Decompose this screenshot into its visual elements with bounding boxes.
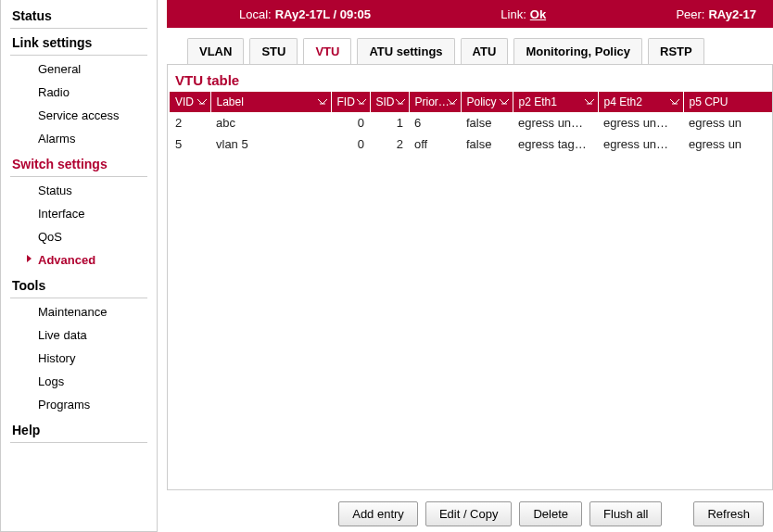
sort-icon	[395, 96, 406, 108]
nav-heading-tools[interactable]: Tools	[1, 273, 157, 298]
sidebar: Status Link settings General Radio Servi…	[0, 0, 158, 532]
sort-icon	[584, 96, 595, 108]
flush-all-button[interactable]: Flush all	[589, 501, 662, 526]
cell-policy: false	[461, 133, 513, 155]
nav-heading-switch-settings[interactable]: Switch settings	[1, 152, 157, 176]
col-header-fid[interactable]: FID	[331, 92, 370, 112]
sort-icon	[356, 96, 367, 108]
col-header-label: FID	[337, 95, 355, 108]
cell-p5: egress un	[683, 112, 772, 133]
statusbar-peer-label: Peer:	[676, 7, 704, 21]
nav-item-general[interactable]: General	[1, 57, 157, 81]
nav-item-maintenance[interactable]: Maintenance	[1, 300, 157, 323]
col-header-label: VID	[175, 95, 194, 108]
cell-fid: 0	[331, 133, 370, 155]
nav-item-interface[interactable]: Interface	[1, 202, 157, 225]
sort-icon	[447, 96, 458, 108]
nav-heading-status[interactable]: Status	[1, 4, 157, 28]
statusbar-link-value[interactable]: Ok	[530, 7, 546, 21]
status-bar: Local: RAy2-17L / 09:05 Link: Ok Peer: R…	[167, 0, 773, 28]
nav-item-history[interactable]: History	[1, 347, 157, 370]
col-header-priority[interactable]: Prior…	[409, 92, 461, 112]
action-footer: Add entry Edit / Copy Delete Flush all R…	[167, 490, 773, 532]
table-row[interactable]: 5 vlan 5 0 2 off false egress tag… egres…	[170, 133, 772, 155]
edit-copy-button[interactable]: Edit / Copy	[425, 501, 513, 526]
sort-icon	[499, 96, 510, 108]
table-header-row: VID Label FID SID Prior… Policy p2 Eth1 …	[170, 92, 772, 112]
col-header-label[interactable]: Label	[210, 92, 331, 112]
tab-atu-settings[interactable]: ATU settings	[357, 38, 454, 65]
sort-icon	[196, 96, 208, 108]
main-content: Local: RAy2-17L / 09:05 Link: Ok Peer: R…	[158, 0, 773, 532]
cell-label: vlan 5	[210, 133, 331, 155]
col-header-p5[interactable]: p5 CPU	[683, 92, 772, 112]
tab-bar: VLAN STU VTU ATU settings ATU Monitoring…	[167, 28, 773, 65]
statusbar-link-label: Link:	[501, 7, 526, 21]
divider	[10, 298, 147, 298]
nav-heading-link-settings[interactable]: Link settings	[1, 31, 157, 55]
cell-p2: egress un…	[513, 112, 598, 133]
col-header-label: p5 CPU	[690, 95, 729, 108]
col-header-policy[interactable]: Policy	[461, 92, 513, 112]
vtu-table: VID Label FID SID Prior… Policy p2 Eth1 …	[170, 92, 772, 155]
tab-monitoring-policy[interactable]: Monitoring, Policy	[513, 38, 642, 65]
nav-item-qos[interactable]: QoS	[1, 225, 157, 248]
col-header-p4[interactable]: p4 Eth2	[598, 92, 683, 112]
col-header-vid[interactable]: VID	[170, 92, 210, 112]
tab-vtu[interactable]: VTU	[303, 38, 351, 65]
nav-item-live-data[interactable]: Live data	[1, 323, 157, 347]
table-row[interactable]: 2 abc 0 1 6 false egress un… egress un… …	[170, 112, 772, 133]
divider	[10, 442, 147, 443]
cell-p4: egress un…	[598, 133, 683, 155]
divider	[10, 55, 147, 56]
tab-rstp[interactable]: RSTP	[648, 38, 704, 65]
cell-vid: 2	[170, 112, 210, 133]
nav-item-logs[interactable]: Logs	[1, 370, 157, 393]
nav-item-alarms[interactable]: Alarms	[1, 127, 157, 150]
cell-priority: 6	[409, 112, 461, 133]
table-title: VTU table	[168, 65, 772, 92]
refresh-button[interactable]: Refresh	[693, 501, 764, 526]
col-header-label: Policy	[467, 95, 497, 108]
statusbar-peer-value: RAy2-17	[708, 7, 756, 21]
divider	[10, 28, 147, 29]
tab-vlan[interactable]: VLAN	[187, 38, 244, 65]
col-header-label: p2 Eth1	[519, 95, 557, 108]
cell-fid: 0	[331, 112, 370, 133]
cell-policy: false	[461, 112, 513, 133]
nav-item-advanced[interactable]: Advanced	[1, 248, 157, 272]
col-header-label: SID	[376, 95, 395, 108]
cell-p2: egress tag…	[513, 133, 598, 155]
divider	[10, 176, 147, 177]
nav-heading-help[interactable]: Help	[1, 418, 157, 442]
nav-item-radio[interactable]: Radio	[1, 81, 157, 104]
add-entry-button[interactable]: Add entry	[338, 501, 418, 526]
cell-p4: egress un…	[598, 112, 683, 133]
sort-icon	[669, 96, 680, 108]
cell-p5: egress un	[683, 133, 772, 155]
nav-item-programs[interactable]: Programs	[1, 393, 157, 416]
col-header-p2[interactable]: p2 Eth1	[513, 92, 598, 112]
tab-stu[interactable]: STU	[249, 38, 298, 65]
nav-item-service-access[interactable]: Service access	[1, 104, 157, 127]
statusbar-local-label: Local:	[239, 7, 272, 21]
sort-icon	[317, 96, 328, 108]
delete-button[interactable]: Delete	[519, 501, 582, 526]
nav-item-status[interactable]: Status	[1, 179, 157, 202]
cell-vid: 5	[170, 133, 210, 155]
col-header-sid[interactable]: SID	[370, 92, 409, 112]
cell-sid: 2	[370, 133, 409, 155]
col-header-label: Prior…	[415, 95, 450, 108]
cell-priority: off	[409, 133, 461, 155]
vtu-panel: VTU table	[167, 65, 773, 490]
statusbar-local-value: RAy2-17L / 09:05	[275, 7, 371, 21]
col-header-label: Label	[217, 95, 244, 108]
tab-atu[interactable]: ATU	[461, 38, 509, 65]
col-header-label: p4 Eth2	[604, 95, 642, 108]
cell-label: abc	[210, 112, 331, 133]
cell-sid: 1	[370, 112, 409, 133]
